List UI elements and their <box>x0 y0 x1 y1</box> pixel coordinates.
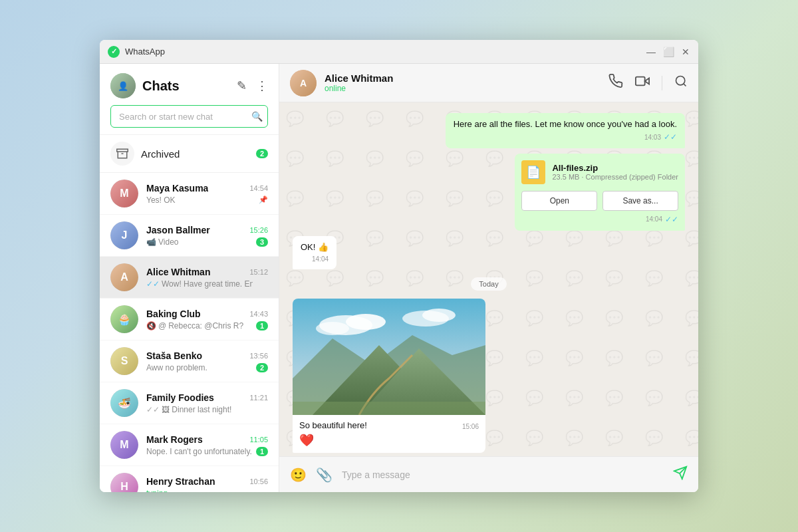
image-reaction: ❤️ <box>299 433 479 448</box>
chat-item-family[interactable]: 🍜 Family Foodies 11:21 ✓✓ 🖼 Dinner last … <box>100 382 279 424</box>
new-chat-icon[interactable]: ✎ <box>237 78 247 93</box>
header-divider <box>662 76 662 90</box>
file-icon: 📄 <box>521 160 545 184</box>
chat-time-henry: 10:56 <box>249 477 268 485</box>
attach-button[interactable]: 📎 <box>316 467 332 483</box>
file-details: All-files.zip 23.5 MB · Compressed (zipp… <box>552 163 678 181</box>
chat-time-mark: 11:05 <box>249 436 268 444</box>
chat-content-alice: Alice Whitman 15:12 ✓✓ Wow! Have great t… <box>146 267 268 289</box>
chat-name-baking: Baking Club <box>146 309 201 319</box>
contact-name: Alice Whitman <box>325 72 608 84</box>
archived-row[interactable]: Archived 2 <box>100 135 279 173</box>
chat-preview-family: ✓✓ 🖼 Dinner last night! <box>146 405 231 414</box>
message-text: OK! 👍 <box>301 241 329 253</box>
message-text: Here are all the files. Let me know once… <box>454 118 677 130</box>
sidebar-header: 👤 Chats ✎ ⋮ 🔍 <box>100 64 279 135</box>
svg-marker-2 <box>645 78 649 84</box>
chat-time-family: 11:21 <box>249 394 268 402</box>
maximize-button[interactable]: ⬜ <box>664 47 673 57</box>
chat-item-henry[interactable]: H Henry Strachan 10:56 typing... <box>100 466 279 492</box>
chat-item-alice[interactable]: A Alice Whitman 15:12 ✓✓ Wow! Have great… <box>100 257 279 299</box>
voice-call-button[interactable] <box>608 74 623 92</box>
video-call-button[interactable] <box>635 74 650 92</box>
chat-avatar-maya: M <box>110 180 138 207</box>
contact-status: online <box>325 84 608 93</box>
svg-point-11 <box>422 309 456 322</box>
minimize-button[interactable]: — <box>646 47 656 57</box>
chat-time-maya: 14:54 <box>249 184 268 192</box>
file-size: 23.5 MB · Compressed (zipped) Folder <box>552 173 678 181</box>
archived-label: Archived <box>141 148 256 160</box>
image-caption-area: So beautiful here! 15:06 ❤️ <box>293 415 485 453</box>
svg-rect-3 <box>636 77 645 86</box>
chat-time-alice: 15:12 <box>249 268 268 276</box>
message-input[interactable] <box>342 469 664 480</box>
search-box: 🔍 <box>110 105 268 128</box>
message-meta: 14:04 <box>301 255 329 264</box>
chat-preview-alice: ✓✓ Wow! Have great time. Enjoy. <box>146 279 253 289</box>
file-name: All-files.zip <box>552 163 678 173</box>
open-file-button[interactable]: Open <box>521 191 597 211</box>
chat-name-mark: Mark Rogers <box>146 434 203 445</box>
chat-name-jason: Jason Ballmer <box>146 225 210 235</box>
user-avatar[interactable]: 👤 <box>110 73 136 98</box>
chat-item-mark[interactable]: M Mark Rogers 11:05 Nope. I can't go unf… <box>100 424 279 466</box>
mountain-image <box>293 299 485 415</box>
chat-content-family: Family Foodies 11:21 ✓✓ 🖼 Dinner last ni… <box>146 392 268 414</box>
emoji-button[interactable]: 🙂 <box>290 467 307 483</box>
chat-avatar-family: 🍜 <box>110 389 138 417</box>
image-caption: So beautiful here! <box>299 420 367 430</box>
chat-item-jason[interactable]: J Jason Ballmer 15:26 📹 Video 3 <box>100 215 279 257</box>
contact-avatar[interactable]: A <box>290 70 317 96</box>
message-tick: ✓✓ <box>664 132 677 143</box>
sidebar-icons: ✎ ⋮ <box>237 78 268 93</box>
sidebar-title-row: 👤 Chats ✎ ⋮ <box>110 73 268 98</box>
message-received-1: OK! 👍 14:04 <box>293 236 336 269</box>
chat-badge-mark: 1 <box>256 447 268 456</box>
chat-name-family: Family Foodies <box>146 392 214 403</box>
chat-search-button[interactable] <box>674 74 688 91</box>
svg-rect-15 <box>293 402 485 415</box>
title-bar: ✓ WhatsApp — ⬜ ✕ <box>100 40 698 64</box>
search-icon[interactable]: 🔍 <box>251 111 263 122</box>
chat-time-baking: 14:43 <box>249 310 268 318</box>
search-input[interactable] <box>110 105 268 128</box>
file-info: 📄 All-files.zip 23.5 MB · Compressed (zi… <box>521 160 678 184</box>
svg-point-4 <box>676 76 685 85</box>
archived-count: 2 <box>256 149 268 158</box>
chat-preview-stasa: Aww no problem. <box>146 363 207 372</box>
chat-input-area: 🙂 📎 <box>279 456 698 492</box>
image-message: So beautiful here! 15:06 ❤️ <box>293 299 485 453</box>
chat-list: M Maya Kasuma 14:54 Yes! OK 📌 <box>100 173 279 492</box>
chat-preview-mark: Nope. I can't go unfortunately. <box>146 447 252 456</box>
svg-line-5 <box>684 84 686 86</box>
chat-item-baking[interactable]: 🧁 Baking Club 14:43 🔇 @ Rebecca: @Chris … <box>100 299 279 340</box>
archived-icon <box>110 142 134 166</box>
message-time: 14:04 <box>312 255 329 264</box>
chat-name-henry: Henry Strachan <box>146 476 215 487</box>
messages-area: Here are all the files. Let me know once… <box>279 102 698 456</box>
chat-avatar-alice: A <box>110 263 138 291</box>
chat-avatar-stasa: S <box>110 347 138 375</box>
chat-header-actions <box>608 74 688 92</box>
chat-content-maya: Maya Kasuma 14:54 Yes! OK 📌 <box>146 183 268 205</box>
send-button[interactable] <box>673 466 688 483</box>
more-options-icon[interactable]: ⋮ <box>256 78 268 93</box>
chat-pin-maya: 📌 <box>259 196 268 204</box>
svg-point-9 <box>316 322 349 335</box>
chat-content-henry: Henry Strachan 10:56 typing... <box>146 476 268 493</box>
chat-item-maya[interactable]: M Maya Kasuma 14:54 Yes! OK 📌 <box>100 173 279 215</box>
image-time: 15:06 <box>462 423 479 430</box>
chat-name-stasa: Staša Benko <box>146 350 202 361</box>
whatsapp-logo: ✓ <box>108 46 120 58</box>
chat-avatar-henry: H <box>110 473 138 492</box>
file-time: 14:04 <box>646 215 662 223</box>
close-button[interactable]: ✕ <box>681 47 690 57</box>
file-tick: ✓✓ <box>665 215 678 224</box>
chat-time-stasa: 13:56 <box>249 352 268 360</box>
date-divider: Today <box>471 277 506 291</box>
title-bar-title: WhatsApp <box>125 47 646 57</box>
save-file-button[interactable]: Save as... <box>602 191 678 211</box>
chat-time-jason: 15:26 <box>249 226 268 234</box>
chat-item-stasa[interactable]: S Staša Benko 13:56 Aww no problem. 2 <box>100 340 279 382</box>
